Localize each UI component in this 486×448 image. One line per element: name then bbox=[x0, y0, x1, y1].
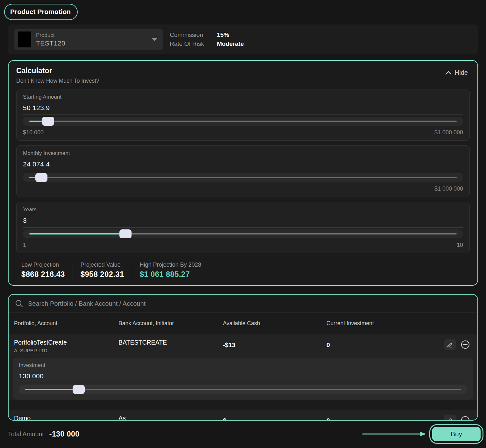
current-investment-value: 0 bbox=[326, 415, 428, 421]
total-amount-value: -130 000 bbox=[49, 430, 80, 438]
product-bar: Product TEST120 Commission 15% Rate Of R… bbox=[8, 24, 478, 54]
input-underline bbox=[23, 171, 463, 171]
slider-track[interactable] bbox=[29, 177, 457, 178]
low-projection-value: $868 216.43 bbox=[21, 270, 65, 279]
projected-value: Projected Value $958 202.31 bbox=[73, 262, 132, 279]
risk-value: Moderate bbox=[217, 40, 244, 47]
search-bar[interactable]: Search Portfolio / Bank Account / Accoun… bbox=[9, 295, 477, 312]
total-amount-label: Total Amount bbox=[8, 430, 44, 438]
slider-max-label: $1 000 000 bbox=[434, 129, 463, 136]
low-projection: Low Projection $868 216.43 bbox=[16, 262, 73, 279]
portfolio-name: PortfolioTestCreate bbox=[14, 339, 118, 346]
slider-handle[interactable] bbox=[73, 385, 85, 394]
remove-row-button[interactable] bbox=[460, 339, 471, 350]
projected-value-label: Projected Value bbox=[81, 262, 124, 268]
projected-value-value: $958 202.31 bbox=[81, 270, 124, 279]
investment-label: Investment bbox=[19, 362, 467, 368]
product-info: Commission 15% Rate Of Risk Moderate bbox=[170, 32, 244, 47]
monthly-investment-field: Monthly Investment 24 074.4 - $1 000 000 bbox=[16, 145, 470, 197]
minus-circle-icon bbox=[461, 416, 470, 421]
column-portfolio-account: Portfolio, Account bbox=[14, 320, 118, 327]
calculator-title: Calculator bbox=[16, 66, 99, 75]
monthly-investment-input[interactable]: 24 074.4 bbox=[23, 160, 463, 168]
table-header: Portfolio, Account Bank Account, Initiat… bbox=[9, 312, 477, 334]
input-underline bbox=[23, 227, 463, 228]
low-projection-label: Low Projection bbox=[21, 262, 65, 268]
edit-pencil-icon bbox=[447, 341, 453, 348]
product-select[interactable]: Product TEST120 bbox=[14, 29, 163, 50]
starting-amount-field: Starting Amount 50 123.9 $10 000 $1 000 … bbox=[16, 89, 470, 141]
high-projection-value: $1 061 885.27 bbox=[140, 270, 201, 279]
bank-account-name: As bbox=[118, 415, 223, 421]
chevron-up-icon bbox=[445, 71, 452, 75]
commission-value: 15% bbox=[217, 32, 244, 38]
portfolio-name: Demo bbox=[14, 415, 118, 421]
footer-bar: Total Amount -130 000 Buy bbox=[8, 421, 483, 447]
starting-amount-slider[interactable] bbox=[23, 117, 463, 126]
buy-button-highlight-ring: Buy bbox=[429, 424, 483, 444]
column-current-investment: Current Investment bbox=[326, 320, 428, 327]
column-bank-account-initiator: Bank Account, Initiator bbox=[118, 320, 223, 327]
product-select-label: Product bbox=[36, 32, 65, 38]
monthly-investment-slider[interactable] bbox=[23, 173, 463, 182]
calculator-section: Calculator Don't Know How Much To Invest… bbox=[8, 60, 478, 286]
years-field: Years 3 1 10 bbox=[16, 202, 470, 253]
account-name: A: SUPER LTD bbox=[14, 348, 118, 354]
search-input[interactable]: Search Portfolio / Bank Account / Accoun… bbox=[28, 300, 146, 307]
product-select-value: TEST120 bbox=[36, 39, 65, 47]
years-input[interactable]: 3 bbox=[23, 217, 463, 224]
slider-handle[interactable] bbox=[119, 229, 132, 238]
slider-min-label: - bbox=[23, 186, 25, 192]
hide-label: Hide bbox=[455, 69, 468, 76]
slider-handle[interactable] bbox=[35, 173, 47, 182]
starting-amount-label: Starting Amount bbox=[23, 94, 463, 100]
minus-circle-icon bbox=[461, 340, 470, 349]
column-available-cash: Available Cash bbox=[223, 320, 326, 327]
investment-slider[interactable] bbox=[19, 385, 467, 394]
commission-label: Commission bbox=[170, 32, 217, 38]
table-row: PortfolioTestCreate A: SUPER LTD BATESTC… bbox=[9, 334, 477, 400]
input-underline bbox=[19, 383, 467, 383]
monthly-investment-label: Monthly Investment bbox=[23, 150, 463, 157]
high-projection-label: High Projection By 2028 bbox=[140, 262, 201, 268]
slider-fill bbox=[29, 233, 125, 234]
chevron-down-icon bbox=[152, 38, 157, 41]
slider-min-label: 1 bbox=[23, 242, 26, 248]
bank-account-name: BATESTCREATE bbox=[118, 339, 223, 346]
available-cash-value: $ bbox=[223, 415, 326, 421]
hide-toggle-button[interactable]: Hide bbox=[445, 69, 468, 76]
edit-investment-button[interactable] bbox=[444, 415, 456, 421]
table-row: Demo As $ 0 bbox=[9, 410, 477, 421]
investment-panel: Investment 130 000 bbox=[13, 358, 473, 400]
search-icon bbox=[15, 299, 23, 308]
row-divider bbox=[9, 405, 477, 410]
investment-input[interactable]: 130 000 bbox=[19, 372, 467, 380]
projections-row: Low Projection $868 216.43 Projected Val… bbox=[16, 262, 470, 279]
current-investment-value: 0 bbox=[326, 339, 428, 349]
risk-label: Rate Of Risk bbox=[170, 40, 217, 47]
portfolio-table-section: Search Portfolio / Bank Account / Accoun… bbox=[8, 294, 478, 421]
slider-max-label: $1 000 000 bbox=[434, 186, 463, 192]
product-thumbnail bbox=[18, 32, 31, 47]
calculator-subtitle: Don't Know How Much To Invest? bbox=[16, 78, 99, 84]
years-label: Years bbox=[23, 206, 463, 213]
input-underline bbox=[23, 115, 463, 115]
buy-button[interactable]: Buy bbox=[432, 427, 481, 441]
years-slider[interactable] bbox=[23, 229, 463, 238]
remove-row-button[interactable] bbox=[460, 415, 471, 421]
slider-max-label: 10 bbox=[457, 242, 463, 248]
available-cash-value: -$13 bbox=[223, 339, 326, 349]
edit-pencil-icon bbox=[447, 417, 453, 421]
page-title: Product Promotion bbox=[4, 4, 78, 20]
slider-fill bbox=[25, 389, 79, 390]
starting-amount-input[interactable]: 50 123.9 bbox=[23, 104, 463, 112]
slider-track[interactable] bbox=[29, 121, 457, 122]
annotation-arrow-icon bbox=[362, 430, 427, 438]
slider-min-label: $10 000 bbox=[23, 129, 44, 136]
edit-investment-button[interactable] bbox=[444, 339, 456, 350]
high-projection: High Projection By 2028 $1 061 885.27 bbox=[132, 262, 209, 279]
slider-track[interactable] bbox=[25, 389, 461, 390]
slider-handle[interactable] bbox=[42, 117, 54, 126]
slider-track[interactable] bbox=[29, 233, 457, 234]
